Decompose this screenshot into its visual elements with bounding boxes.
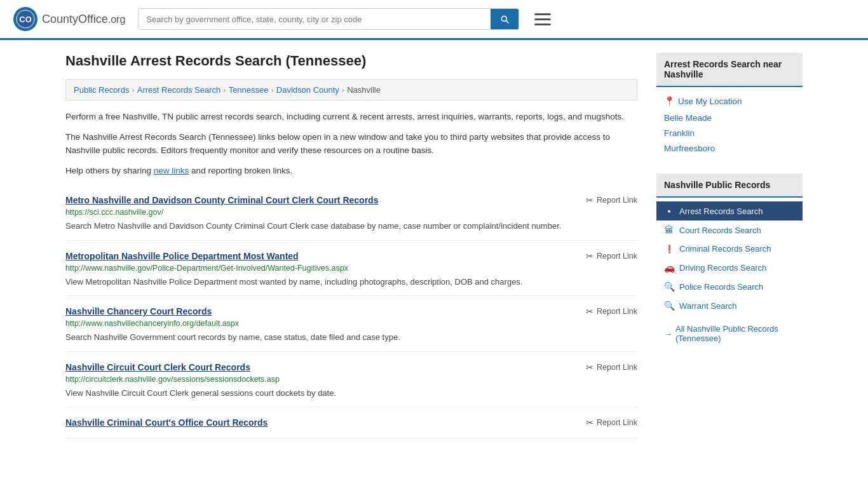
arrest-records-label: Arrest Records Search <box>679 207 763 216</box>
breadcrumb-davidson[interactable]: Davidson County <box>276 85 339 95</box>
sidebar-nearby-section: Arrest Records Search near Nashville 📍 U… <box>656 53 803 161</box>
logo-text: CountyOffice.org <box>42 13 125 26</box>
new-links-link[interactable]: new links <box>154 166 189 175</box>
scissors-icon: ✂ <box>586 306 593 316</box>
report-link-button[interactable]: ✂ Report Link <box>586 251 637 261</box>
record-desc: Search Metro Nashville and Davidson Coun… <box>65 220 637 233</box>
site-logo[interactable]: CO CountyOffice.org <box>13 6 125 32</box>
driving-icon: 🚗 <box>664 262 674 273</box>
arrest-records-icon: ▪ <box>664 206 674 216</box>
report-link-button[interactable]: ✂ Report Link <box>586 195 637 205</box>
hamburger-icon <box>534 13 551 25</box>
record-item: Nashville Criminal Court's Office Court … <box>65 407 637 438</box>
all-public-records-link[interactable]: → All Nashville Public Records (Tennesse… <box>664 324 795 343</box>
record-desc: Search Nashville Government court record… <box>65 331 637 344</box>
logo-main: CountyOffice <box>42 13 108 25</box>
records-list: Metro Nashville and Davidson County Crim… <box>65 185 637 438</box>
record-url[interactable]: http://www.nashvillechanceryinfo.org/def… <box>65 319 637 328</box>
report-link-label: Report Link <box>597 307 637 316</box>
record-desc: View Metropolitan Nashville Police Depar… <box>65 276 637 288</box>
sidebar-item-police-records: 🔍 Police Records Search <box>656 277 803 296</box>
search-input[interactable] <box>139 9 491 29</box>
sidebar-item-court-records: 🏛 Court Records Search <box>656 220 803 240</box>
search-button[interactable] <box>491 9 519 29</box>
police-records-link[interactable]: 🔍 Police Records Search <box>656 277 803 296</box>
sidebar-item-arrest-records: ▪ Arrest Records Search <box>656 201 803 220</box>
scissors-icon: ✂ <box>586 195 593 205</box>
desc-paragraph-3: Help others by sharing new links and rep… <box>65 165 637 177</box>
police-records-label: Police Records Search <box>679 282 763 292</box>
record-desc: View Nashville Circuit Court Clerk gener… <box>65 387 637 400</box>
use-my-location-link[interactable]: Use My Location <box>678 97 742 106</box>
report-link-button[interactable]: ✂ Report Link <box>586 362 637 372</box>
record-item: Nashville Chancery Court Records ✂ Repor… <box>65 296 637 352</box>
breadcrumb-tennessee[interactable]: Tennessee <box>229 85 269 95</box>
sidebar-item-warrant-search: 🔍 Warrant Search <box>656 296 803 315</box>
sidebar-location-murfreesboro: Murfreesboro <box>656 140 803 156</box>
record-url[interactable]: http://www.nashville.gov/Police-Departme… <box>65 264 637 273</box>
report-link-label: Report Link <box>597 252 637 261</box>
record-title[interactable]: Nashville Circuit Court Clerk Court Reco… <box>65 362 250 372</box>
driving-records-label: Driving Records Search <box>679 263 766 273</box>
menu-button[interactable] <box>532 11 553 28</box>
location-pin-icon: 📍 <box>664 96 675 106</box>
record-item: Metropolitan Nashville Police Department… <box>65 241 637 297</box>
scissors-icon: ✂ <box>586 251 593 261</box>
record-item: Metro Nashville and Davidson County Crim… <box>65 185 637 241</box>
sidebar-public-records-heading: Nashville Public Records <box>656 173 803 198</box>
use-my-location-item: 📍 Use My Location <box>656 92 803 110</box>
sidebar-item-driving-records: 🚗 Driving Records Search <box>656 258 803 277</box>
breadcrumb-public-records[interactable]: Public Records <box>74 85 129 95</box>
record-title[interactable]: Nashville Criminal Court's Office Court … <box>65 417 268 428</box>
breadcrumb-arrest-records[interactable]: Arrest Records Search <box>137 85 221 95</box>
report-link-label: Report Link <box>597 196 637 205</box>
breadcrumb-sep-4: › <box>342 85 344 95</box>
desc3-suffix: and reporting broken links. <box>189 166 292 175</box>
page-title: Nashville Arrest Records Search (Tenness… <box>65 53 637 69</box>
desc-paragraph-2: The Nashville Arrest Records Search (Ten… <box>65 131 637 157</box>
scissors-icon: ✂ <box>586 362 593 372</box>
breadcrumb-sep-2: › <box>223 85 226 95</box>
report-link-button[interactable]: ✂ Report Link <box>586 417 637 428</box>
court-records-label: Court Records Search <box>679 226 761 235</box>
sidebar-location-franklin: Franklin <box>656 125 803 140</box>
arrest-records-link[interactable]: ▪ Arrest Records Search <box>656 201 803 220</box>
franklin-link[interactable]: Franklin <box>664 128 695 138</box>
desc3-prefix: Help others by sharing <box>65 166 154 175</box>
criminal-records-label: Criminal Records Search <box>679 244 771 254</box>
record-title[interactable]: Nashville Chancery Court Records <box>65 306 212 316</box>
record-url[interactable]: http://circuitclerk.nashville.gov/sessio… <box>65 375 637 384</box>
report-link-label: Report Link <box>597 418 637 427</box>
breadcrumb-sep-1: › <box>132 85 134 95</box>
sidebar-item-criminal-records: ❗ Criminal Records Search <box>656 240 803 258</box>
report-link-label: Report Link <box>597 363 637 372</box>
breadcrumb: Public Records › Arrest Records Search ›… <box>65 79 637 100</box>
sidebar-nearby-heading: Arrest Records Search near Nashville <box>656 53 803 87</box>
belle-meade-link[interactable]: Belle Meade <box>664 113 712 123</box>
logo-icon: CO <box>13 6 38 32</box>
police-icon: 🔍 <box>664 281 674 292</box>
warrant-search-link[interactable]: 🔍 Warrant Search <box>656 296 803 315</box>
record-title[interactable]: Metropolitan Nashville Police Department… <box>65 251 299 261</box>
murfreesboro-link[interactable]: Murfreesboro <box>664 144 715 153</box>
criminal-records-link[interactable]: ❗ Criminal Records Search <box>656 240 803 258</box>
arrow-right-icon: → <box>664 329 672 339</box>
sidebar-location-belle-meade: Belle Meade <box>656 110 803 125</box>
record-item: Nashville Circuit Court Clerk Court Reco… <box>65 352 637 408</box>
driving-records-link[interactable]: 🚗 Driving Records Search <box>656 258 803 277</box>
criminal-icon: ❗ <box>664 245 674 254</box>
record-url[interactable]: https://sci.ccc.nashville.gov/ <box>65 208 637 217</box>
svg-text:CO: CO <box>19 15 32 24</box>
scissors-icon: ✂ <box>586 417 593 428</box>
sidebar-location-list: 📍 Use My Location Belle Meade Franklin M… <box>656 87 803 161</box>
warrant-icon: 🔍 <box>664 301 674 311</box>
court-records-link[interactable]: 🏛 Court Records Search <box>656 220 803 240</box>
sidebar-all-link: → All Nashville Public Records (Tennesse… <box>656 319 803 348</box>
breadcrumb-nashville: Nashville <box>347 85 381 95</box>
record-title[interactable]: Metro Nashville and Davidson County Crim… <box>65 195 378 205</box>
sidebar-public-records-section: Nashville Public Records ▪ Arrest Record… <box>656 173 803 348</box>
sidebar-records-list: ▪ Arrest Records Search 🏛 Court Records … <box>656 198 803 319</box>
search-icon <box>499 14 510 24</box>
desc-paragraph-1: Perform a free Nashville, TN public arre… <box>65 111 637 123</box>
report-link-button[interactable]: ✂ Report Link <box>586 306 637 316</box>
